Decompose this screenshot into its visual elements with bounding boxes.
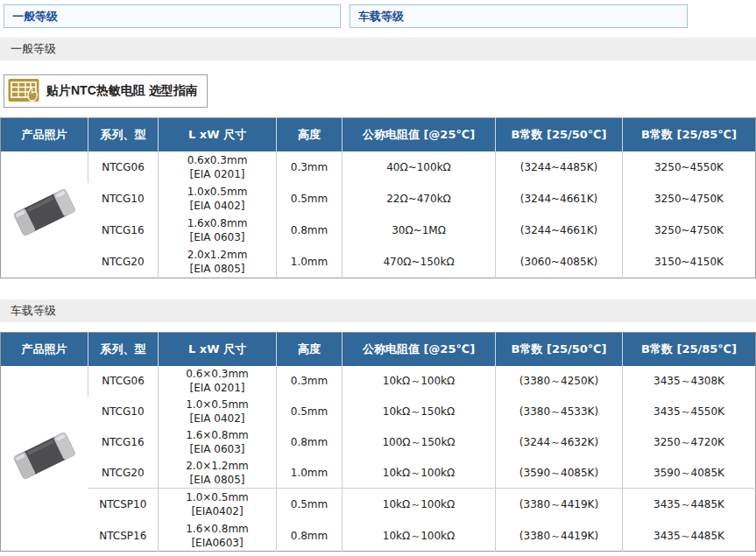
automotive-grade-table: 产品照片 系列、型 L xW 尺寸 高度 公称电阻值 [@25℃] B常数 [2… bbox=[0, 332, 756, 552]
cell-b-25-50: (3244~4485K) bbox=[496, 151, 623, 183]
cell-height: 0.5mm bbox=[277, 397, 343, 427]
col-header-resistance: 公称电阻值 [@25℃] bbox=[343, 118, 496, 152]
cell-size-eia: [EIA 0805] bbox=[160, 473, 274, 487]
tab-automotive-grade[interactable]: 车载等级 bbox=[350, 4, 688, 28]
cell-size-lw: 1.6×0.8mm bbox=[160, 522, 274, 536]
cell-b-25-50: (3380～4533K) bbox=[496, 397, 623, 427]
col-header-height: 高度 bbox=[277, 118, 343, 152]
cell-height: 1.0mm bbox=[277, 246, 343, 278]
col-header-series: 系列、型 bbox=[88, 118, 159, 152]
cell-b-25-85: 3250~4750K bbox=[623, 183, 756, 215]
cell-size-lw: 2.0x1.2mm bbox=[160, 248, 274, 262]
tab-automotive-grade-label: 车载等级 bbox=[358, 9, 404, 25]
table-row: NTCG10 1.0×0.5mm[EIA 0402] 0.5mm 10kΩ～15… bbox=[1, 397, 756, 427]
cell-b-25-85: 3435～4308K bbox=[623, 366, 756, 397]
cell-size-lw: 0.6x0.3mm bbox=[160, 153, 274, 167]
cell-resistance: 10kΩ～100kΩ bbox=[343, 521, 496, 552]
col-header-height: 高度 bbox=[277, 332, 343, 366]
cell-size-eia: [EIA 0201] bbox=[160, 381, 274, 395]
table-row: NTCG16 1.6×0.8mm[EIA 0603] 0.8mm 100Ω～15… bbox=[1, 427, 756, 458]
table-row: NTCSP16 1.6×0.8mm[EIA0603] 0.8mm 10kΩ～10… bbox=[1, 521, 756, 552]
cell-series: NTCG20 bbox=[88, 458, 159, 489]
section-bar-automotive-label: 车载等级 bbox=[11, 303, 56, 319]
col-header-product-photo: 产品照片 bbox=[1, 332, 88, 366]
cell-b-25-50: (3380～4419K) bbox=[496, 489, 623, 521]
cell-size-eia: [EIA0402] bbox=[160, 504, 274, 518]
cell-resistance: 100Ω～150kΩ bbox=[343, 427, 496, 458]
cell-size-eia: [EIA 0603] bbox=[160, 442, 274, 456]
general-grade-table: 产品照片 系列、型 L xW 尺寸 高度 公称电阻值 [@25℃] B常数 [2… bbox=[0, 117, 756, 278]
cell-resistance: 470Ω~150kΩ bbox=[343, 246, 496, 278]
table-row: NTCG16 1.6x0.8mm[EIA 0603] 0.8mm 30Ω~1MΩ… bbox=[1, 215, 756, 246]
cell-size-eia: [EIA 0402] bbox=[160, 199, 274, 213]
col-header-b-25-85: B常数 [25/85℃] bbox=[623, 118, 756, 152]
cell-size: 2.0x1.2mm[EIA 0805] bbox=[159, 246, 277, 278]
cell-height: 0.3mm bbox=[277, 151, 343, 183]
grade-tabs: 一般等级 车载等级 bbox=[4, 4, 756, 28]
cell-series: NTCG06 bbox=[88, 366, 159, 397]
cell-resistance: 22Ω~470kΩ bbox=[343, 183, 496, 215]
cell-height: 1.0mm bbox=[277, 458, 343, 489]
cell-size: 1.6x0.8mm[EIA 0603] bbox=[159, 215, 277, 246]
cell-b-25-85: 3250~4750K bbox=[623, 215, 756, 246]
cell-resistance: 10kΩ～100kΩ bbox=[343, 458, 496, 489]
cell-size-eia: [EIA0603] bbox=[160, 536, 274, 550]
col-header-size: L xW 尺寸 bbox=[159, 118, 277, 152]
cell-resistance: 10kΩ～150kΩ bbox=[343, 397, 496, 427]
cell-size-lw: 1.6×0.8mm bbox=[160, 428, 274, 442]
selection-guide-button[interactable]: 贴片NTC热敏电阻 选型指南 bbox=[4, 74, 208, 108]
cell-height: 0.5mm bbox=[277, 183, 343, 215]
chip-thermistor-photo bbox=[1, 151, 88, 278]
cell-size: 1.0×0.5mm[EIA0402] bbox=[159, 489, 277, 521]
cell-b-25-50: (3590～4085K) bbox=[496, 458, 623, 489]
cell-height: 0.5mm bbox=[277, 489, 343, 521]
cell-b-25-85: 3435～4550K bbox=[623, 397, 756, 427]
cell-b-25-50: (3244～4632K) bbox=[496, 427, 623, 458]
cell-b-25-85: 3150~4150K bbox=[623, 246, 756, 278]
table-row: NTCG10 1.0x0.5mm[EIA 0402] 0.5mm 22Ω~470… bbox=[1, 183, 756, 215]
cell-size-lw: 1.0×0.5mm bbox=[160, 490, 274, 504]
cell-resistance: 40Ω~100kΩ bbox=[343, 151, 496, 183]
cell-series: NTCG06 bbox=[88, 151, 159, 183]
cell-size-lw: 0.6×0.3mm bbox=[160, 367, 274, 381]
cell-size-eia: [EIA 0402] bbox=[160, 412, 274, 426]
cell-b-25-50: (3060~4085K) bbox=[496, 246, 623, 278]
table-row: NTCSP10 1.0×0.5mm[EIA0402] 0.5mm 10kΩ～10… bbox=[1, 489, 756, 521]
selection-guide-button-label: 贴片NTC热敏电阻 选型指南 bbox=[46, 83, 198, 99]
cell-series: NTCG10 bbox=[88, 397, 159, 427]
chip-thermistor-photo bbox=[1, 366, 88, 552]
cell-series: NTCG16 bbox=[88, 215, 159, 246]
cell-height: 0.8mm bbox=[277, 521, 343, 552]
tab-general-grade[interactable]: 一般等级 bbox=[4, 4, 341, 28]
table-row: NTCG06 0.6x0.3mm[EIA 0201] 0.3mm 40Ω~100… bbox=[1, 151, 756, 183]
table-row: NTCG20 2.0x1.2mm[EIA 0805] 1.0mm 470Ω~15… bbox=[1, 246, 756, 278]
cell-height: 0.3mm bbox=[277, 366, 343, 397]
col-header-resistance: 公称电阻值 [@25℃] bbox=[343, 332, 496, 366]
cell-b-25-50: (3244~4661K) bbox=[496, 183, 623, 215]
cell-size: 1.6×0.8mm[EIA0603] bbox=[159, 521, 277, 552]
cell-b-25-85: 3250~4550K bbox=[623, 151, 756, 183]
cell-height: 0.8mm bbox=[277, 215, 343, 246]
cell-resistance: 10kΩ～100kΩ bbox=[343, 366, 496, 397]
col-header-size: L xW 尺寸 bbox=[159, 332, 277, 366]
cell-size-lw: 2.0×1.2mm bbox=[160, 459, 274, 473]
section-bar-general-label: 一般等级 bbox=[11, 41, 56, 57]
cell-size: 1.0x0.5mm[EIA 0402] bbox=[159, 183, 277, 215]
cell-series: NTCSP10 bbox=[88, 489, 159, 521]
table-header-row: 产品照片 系列、型 L xW 尺寸 高度 公称电阻值 [@25℃] B常数 [2… bbox=[1, 332, 756, 366]
cell-b-25-85: 3590～4085K bbox=[623, 458, 756, 489]
cell-size-eia: [EIA 0201] bbox=[160, 167, 274, 181]
cell-b-25-50: (3244~4661K) bbox=[496, 215, 623, 246]
cell-series: NTCG10 bbox=[88, 183, 159, 215]
cell-resistance: 30Ω~1MΩ bbox=[343, 215, 496, 246]
cell-series: NTCSP16 bbox=[88, 521, 159, 552]
table-header-row: 产品照片 系列、型 L xW 尺寸 高度 公称电阻值 [@25℃] B常数 [2… bbox=[1, 118, 756, 152]
cell-b-25-85: 3250～4720K bbox=[623, 427, 756, 458]
tab-general-grade-label: 一般等级 bbox=[12, 9, 58, 25]
cell-b-25-85: 3435～4485K bbox=[623, 489, 756, 521]
col-header-b-25-50: B常数 [25/50℃] bbox=[496, 332, 623, 366]
cell-size-lw: 1.0×0.5mm bbox=[160, 398, 274, 412]
cell-size: 0.6×0.3mm[EIA 0201] bbox=[159, 366, 277, 397]
table-hand-icon bbox=[8, 78, 39, 105]
table-row: NTCG06 0.6×0.3mm[EIA 0201] 0.3mm 10kΩ～10… bbox=[1, 366, 756, 397]
